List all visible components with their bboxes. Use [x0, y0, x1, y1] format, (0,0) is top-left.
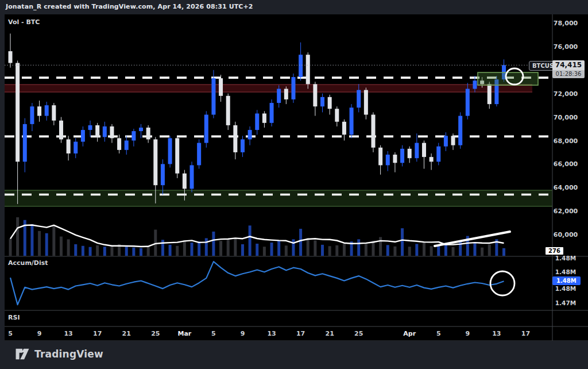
rsi-pane-title[interactable]: RSI: [8, 314, 20, 321]
volume-bar: [386, 245, 389, 256]
volume-bar: [234, 237, 237, 256]
volume-bar: [103, 247, 106, 256]
candle-body: [9, 51, 13, 63]
volume-bar: [393, 247, 396, 256]
time-tick-label: 13: [492, 330, 501, 337]
candle-body: [320, 97, 324, 106]
candle-body: [226, 96, 230, 125]
candle-body: [117, 138, 121, 149]
volume-bar: [154, 230, 157, 256]
price-tick-label: 66,000: [554, 160, 578, 168]
candle-body: [211, 78, 215, 114]
candle-body: [306, 55, 310, 84]
candle-body: [81, 130, 85, 141]
volume-bar: [408, 247, 411, 256]
volume-bar: [437, 245, 440, 256]
volume-bar: [321, 245, 324, 256]
candle-body: [125, 141, 129, 150]
time-tick-label: 5: [8, 330, 13, 337]
candle-body: [95, 125, 99, 137]
volume-bar: [67, 239, 70, 256]
tradingview-logo: TradingView: [15, 347, 103, 362]
price-axis[interactable]: 78,00076,00072,00070,00068,00066,00064,0…: [554, 20, 578, 239]
volume-bar: [96, 245, 99, 256]
volume-bar: [183, 240, 186, 256]
candle-body: [183, 174, 187, 189]
flip-zone-box[interactable]: [478, 72, 538, 85]
volume-bar: [415, 244, 418, 256]
ad-tick-label: 1.48M: [555, 255, 576, 262]
tradingview-logo-mark: [15, 347, 30, 362]
volume-bar: [335, 245, 338, 256]
volume-bar: [45, 233, 48, 256]
candle-body: [364, 90, 368, 115]
volume-bar: [263, 247, 266, 256]
time-tick-label: 17: [93, 330, 102, 337]
annotations-layer[interactable]: [435, 68, 523, 295]
volume-bar: [452, 247, 455, 256]
chart-svg[interactable]: 78,00076,00072,00070,00068,00066,00064,0…: [5, 14, 588, 341]
volume-bar: [30, 224, 33, 256]
accum-dist-value-label: 1.48M: [552, 276, 581, 285]
candle-body: [422, 143, 426, 157]
volume-bar: [38, 231, 41, 256]
candle-body: [436, 147, 440, 162]
candle-body: [233, 125, 237, 152]
volume-bar: [314, 240, 316, 256]
ad-tick-label: 1.48M: [555, 268, 576, 275]
main-pane-title[interactable]: Vol - BTC: [8, 18, 40, 26]
candle-body: [378, 148, 382, 166]
candle-body: [458, 116, 462, 145]
time-tick-label: 17: [296, 330, 305, 337]
accum-dist-line: [10, 262, 504, 305]
volume-ma-line: [10, 225, 504, 247]
candle-body: [357, 90, 361, 108]
volume-bar: [481, 248, 483, 256]
volume-bar: [161, 240, 164, 256]
candle-body: [313, 84, 317, 106]
candle-body: [197, 143, 201, 166]
accum-dist-pane-title[interactable]: Accum/Dist: [8, 259, 48, 267]
candle-body: [299, 55, 303, 77]
price-tick-label: 68,000: [554, 137, 578, 145]
time-axis[interactable]: 5913172125Mar5913172125Apr591317: [8, 330, 530, 337]
volume-bar: [169, 245, 172, 256]
volume-bar: [241, 244, 244, 256]
time-tick-month: Apr: [403, 330, 416, 337]
candle-body: [103, 126, 107, 137]
volume-bar: [60, 237, 63, 256]
candle-body: [139, 128, 143, 131]
volume-bar: [132, 248, 135, 256]
candle-body: [190, 165, 194, 189]
candle-body: [52, 105, 56, 121]
candle-body: [131, 131, 136, 140]
candle-body: [59, 121, 63, 140]
candle-body: [74, 142, 78, 153]
volume-bar: [459, 240, 462, 256]
time-tick-label: 9: [241, 330, 245, 337]
candle-body: [386, 155, 390, 165]
price-tick-label: 72,000: [554, 90, 578, 98]
price-tick-label: 60,000: [554, 231, 578, 239]
candle-body: [219, 78, 223, 96]
volume-bar: [299, 229, 302, 256]
last-price-label: 74,415 01:28:36: [552, 60, 585, 78]
volume-bar: [110, 246, 113, 256]
volume-bar: [52, 225, 55, 256]
candle-body: [430, 157, 434, 162]
volume-bar: [191, 243, 194, 256]
time-tick-month: Mar: [177, 330, 191, 337]
candle-body: [248, 130, 252, 139]
volume-bar: [219, 241, 222, 256]
volume-bar: [176, 246, 179, 256]
price-tick-label: 78,000: [554, 20, 578, 27]
volume-bar: [9, 239, 12, 256]
volume-bar: [444, 244, 447, 256]
price-tick-label: 76,000: [554, 43, 578, 51]
candle-body: [16, 63, 20, 162]
ad-tick-label: 1.47M: [555, 299, 576, 306]
time-tick-label: 5: [211, 330, 216, 337]
candle-body: [88, 125, 92, 130]
candle-body: [146, 128, 150, 139]
candle-body: [168, 138, 172, 164]
